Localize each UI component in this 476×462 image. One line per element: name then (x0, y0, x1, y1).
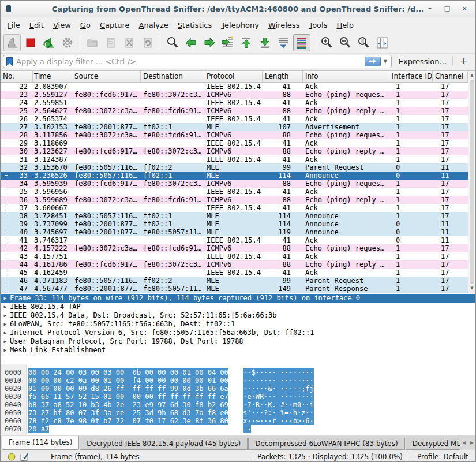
packet-row[interactable]: 323.153670fe80::5057:116…ff02::2MLE99Par… (1, 163, 468, 172)
column-header-info[interactable]: Info (303, 71, 389, 82)
packet-row[interactable]: 413.746317IEEE 802.15.441Ack011 (1, 236, 468, 244)
packet-row[interactable]: 353.596956IEEE 802.15.441Ack117 (1, 188, 468, 196)
column-header-time[interactable]: Time (33, 71, 72, 82)
packet-row[interactable]: 293.118669IEEE 802.15.441Ack117 (1, 139, 468, 147)
hex-row[interactable]: 001000 00 00 c2 0a 00 01 00 f4 00 00 00 … (1, 377, 475, 385)
hex-row[interactable]: 006078 f2 c8 7e 98 0f b7 72 07 f0 17 62 … (1, 417, 475, 425)
expression-button[interactable]: Expression… (392, 57, 453, 66)
packet-row[interactable]: 434.157751IEEE 802.15.441Ack117 (1, 252, 468, 260)
menu-statistics[interactable]: Statistics (173, 19, 216, 31)
hex-bytes[interactable]: 20 a7 (28, 425, 49, 433)
menu-analyze[interactable]: Analyze (134, 19, 173, 31)
maximize-button[interactable]: □ (443, 5, 451, 13)
minimize-button[interactable]: – (426, 5, 434, 13)
splitter-grip[interactable] (228, 293, 248, 294)
column-header-length[interactable]: Length (263, 71, 303, 82)
tab-scroll-left-icon[interactable]: ◀ (460, 440, 468, 445)
tab-decompressed-6lowpan-iphc-83-bytes-[interactable]: Decompressed 6LoWPAN IPHC (83 bytes) (248, 438, 405, 450)
detail-line[interactable]: ▶User Datagram Protocol, Src Port: 19788… (1, 337, 475, 346)
column-header-no-[interactable]: No. (1, 71, 33, 82)
packet-row[interactable]: 313.124387IEEE 802.15.441Ack117 (1, 155, 468, 163)
zoom-out-icon[interactable] (336, 34, 354, 51)
next-packet-icon[interactable] (201, 34, 218, 51)
filter-history-dropdown-icon[interactable]: ▼ (381, 59, 390, 64)
expand-arrow-icon[interactable]: ▶ (1, 337, 10, 346)
hex-ascii[interactable]: ··$····· ········ (243, 368, 314, 377)
filter-bookmark-icon[interactable] (6, 57, 13, 66)
hex-bytes[interactable]: 00 00 24 00 03 00 03 00 0b 00 00 00 01 0… (28, 368, 228, 377)
menu-go[interactable]: Go (76, 19, 95, 31)
hex-ascii[interactable]: s'···?:· %=·h·z·· (243, 409, 314, 417)
hex-ascii[interactable]: ········ ········ (243, 377, 314, 385)
close-button[interactable]: × (460, 5, 468, 13)
menu-view[interactable]: View (48, 19, 76, 31)
hex-row[interactable]: 007020 a7 · (1, 425, 475, 433)
last-packet-icon[interactable] (256, 34, 273, 51)
menu-help[interactable]: Help (332, 19, 358, 31)
column-header-interface-id[interactable]: Interface ID (389, 71, 433, 82)
detail-line[interactable]: ▶Frame 33: 114 bytes on wire (912 bits),… (1, 294, 475, 303)
menu-capture[interactable]: Capture (95, 19, 134, 31)
expand-arrow-icon[interactable]: ▶ (1, 346, 10, 355)
tab-decrypted-ml[interactable]: Decrypted ML (406, 438, 467, 450)
previous-packet-icon[interactable] (182, 34, 200, 51)
scroll-up-icon[interactable]: ▲ (468, 71, 475, 80)
detail-line[interactable]: ▶6LoWPAN, Src: fe80::5057:1165:f56a:663b… (1, 320, 475, 329)
packet-row[interactable]: 424.157222fe80::3072:c3a…fe80::fcd6:91…I… (1, 244, 468, 252)
tab-decrypted-ieee-802-15-4-payload-45-bytes-[interactable]: Decrypted IEEE 802.15.4 payload (45 byte… (80, 438, 248, 450)
column-header-destination[interactable]: Destination (141, 71, 204, 82)
detail-line[interactable]: ▶IEEE 802.15.4 TAP (1, 303, 475, 311)
hex-ascii[interactable]: ······&· ·····;fj (243, 385, 314, 393)
packet-row[interactable]: 403.745697fe80::2001:877…fe80::5057:11…M… (1, 228, 468, 236)
detail-line[interactable]: ▶Internet Protocol Version 6, Src: fe80:… (1, 329, 475, 337)
packet-row[interactable]: 333.236526fe80::5057:116…ff02::1MLE114An… (1, 172, 468, 180)
hex-ascii[interactable]: · (243, 425, 251, 433)
hex-ascii[interactable]: ·e·WR··· ········ (243, 393, 314, 401)
zoom-in-icon[interactable] (318, 34, 335, 51)
capture-options-icon[interactable] (59, 34, 76, 51)
scrollbar-thumb[interactable] (470, 80, 474, 284)
column-header-protocol[interactable]: Protocol (204, 71, 263, 82)
status-profile[interactable]: Profile: Default (410, 451, 475, 462)
packet-row[interactable]: 232.559127fe80::fcd6:917…fe80::3072:c3…I… (1, 91, 468, 99)
hex-ascii[interactable]: ·7·R··K. #··m0··i (243, 401, 314, 409)
stop-capture-icon[interactable] (22, 34, 39, 51)
hex-bytes[interactable]: 78 f2 c8 7e 98 0f b7 72 07 f0 17 62 3e 8… (28, 417, 228, 425)
detail-line[interactable]: ▶Mesh Link Establishment (1, 346, 475, 355)
packet-row[interactable]: 363.599689fe80::3072:c3a…fe80::fcd6:91…I… (1, 196, 468, 204)
detail-line[interactable]: ▶IEEE 802.15.4 Data, Dst: Broadcast, Src… (1, 311, 475, 320)
resize-columns-icon[interactable] (373, 34, 391, 51)
expand-arrow-icon[interactable]: ▶ (1, 311, 10, 320)
expand-arrow-icon[interactable]: ▶ (1, 303, 10, 311)
hex-bytes[interactable]: 01 00 00 00 09 d8 26 ff ff ff ff 99 0d 3… (28, 385, 228, 393)
auto-scroll-icon[interactable] (275, 34, 292, 51)
colorize-packets-icon[interactable] (293, 34, 310, 51)
packet-row[interactable]: 343.595939fe80::fcd6:917…fe80::3072:c3…I… (1, 180, 468, 188)
packet-row[interactable]: 242.559851IEEE 802.15.441Ack117 (1, 99, 468, 107)
hex-row[interactable]: 0030f5 65 11 57 52 15 01 00 00 00 ff ff … (1, 393, 475, 401)
first-packet-icon[interactable] (238, 34, 255, 51)
menu-telephony[interactable]: Telephony (216, 19, 264, 31)
menu-file[interactable]: File (3, 19, 25, 31)
menu-edit[interactable]: Edit (25, 19, 48, 31)
display-filter-input[interactable]: Apply a display filter ... <Ctrl-/> ▼ (3, 55, 392, 68)
expand-arrow-icon[interactable]: ▶ (1, 329, 10, 337)
open-file-icon[interactable] (84, 34, 101, 51)
packet-row[interactable]: 262.565374IEEE 802.15.441Ack117 (1, 115, 468, 123)
start-capture-icon[interactable] (3, 34, 21, 51)
hex-row[interactable]: 002001 00 00 00 09 d8 26 ff ff ff ff 99 … (1, 385, 475, 393)
packet-row[interactable]: 454.162459IEEE 802.15.441Ack117 (1, 269, 468, 277)
packet-row[interactable]: 383.728451fe80::5057:116…ff02::1MLE114An… (1, 212, 468, 220)
tab-frame-114-bytes-[interactable]: Frame (114 bytes) (2, 436, 79, 450)
column-header-source[interactable]: Source (72, 71, 141, 82)
close-file-icon[interactable] (121, 34, 138, 51)
expert-info-icon[interactable] (8, 453, 16, 461)
hex-row[interactable]: 005073 27 bf 80 07 3f 3a ce 25 3d 9b 68 … (1, 409, 475, 417)
packet-row[interactable]: 373.600667IEEE 802.15.441Ack117 (1, 204, 468, 212)
packet-row[interactable]: 474.567477fe80::2001:877…fe80::5057:11…M… (1, 285, 468, 293)
tab-scroll-right-icon[interactable]: ▶ (468, 440, 475, 445)
expand-arrow-icon[interactable]: ▶ (1, 294, 10, 303)
packet-row[interactable]: 273.102153fe80::2001:877…ff02::1MLE107Ad… (1, 123, 468, 131)
zoom-original-icon[interactable] (355, 34, 372, 51)
hex-ascii[interactable]: x··~···r ···b>·6· (243, 417, 314, 425)
